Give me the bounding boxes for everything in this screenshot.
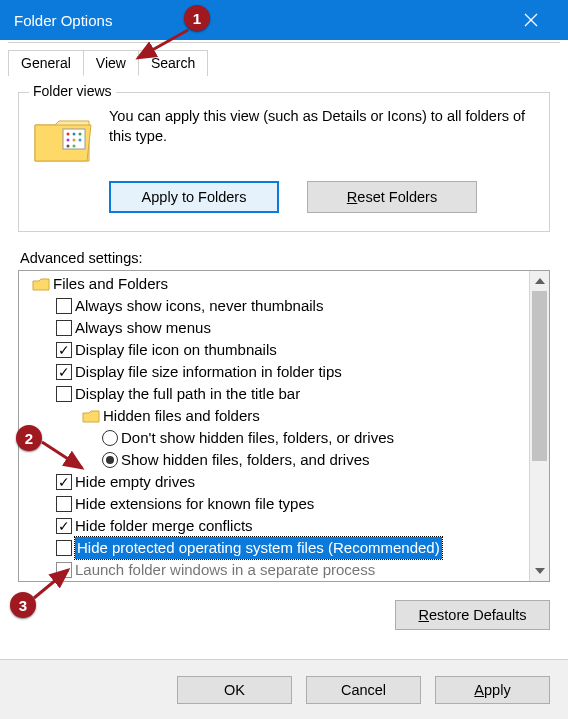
folder-views-legend: Folder views — [29, 83, 116, 99]
apply-to-folders-button[interactable]: Apply to Folders — [109, 181, 279, 213]
svg-point-6 — [79, 139, 82, 142]
chevron-down-icon — [535, 568, 545, 574]
scrollbar[interactable] — [529, 271, 549, 581]
cancel-button[interactable]: Cancel — [306, 676, 421, 704]
svg-point-1 — [67, 133, 70, 136]
svg-point-7 — [67, 145, 70, 148]
scroll-up-button[interactable] — [530, 271, 549, 291]
tree-radio-show-hidden[interactable]: Show hidden files, folders, and drives — [23, 449, 529, 471]
svg-point-2 — [73, 133, 76, 136]
tree-item[interactable]: ✓Display file icon on thumbnails — [23, 339, 529, 361]
scroll-track[interactable] — [530, 291, 549, 561]
close-button[interactable] — [508, 0, 554, 40]
apply-button[interactable]: Apply — [435, 676, 550, 704]
tree-item[interactable]: Display the full path in the title bar — [23, 383, 529, 405]
tree-item[interactable]: ✓Display file size information in folder… — [23, 361, 529, 383]
tree-group-hidden: Hidden files and folders — [23, 405, 529, 427]
annotation-badge-3: 3 — [10, 592, 36, 618]
tab-general[interactable]: General — [8, 50, 84, 76]
tree-radio-dont-show-hidden[interactable]: Don't show hidden files, folders, or dri… — [23, 427, 529, 449]
tree-item-hide-protected[interactable]: Hide protected operating system files (R… — [23, 537, 529, 559]
tree-item[interactable]: Hide extensions for known file types — [23, 493, 529, 515]
tree-item[interactable]: ✓Hide folder merge conflicts — [23, 515, 529, 537]
svg-point-4 — [67, 139, 70, 142]
tree-item[interactable]: Always show menus — [23, 317, 529, 339]
folder-views-group: Folder views You can apply this view (su… — [18, 92, 550, 232]
tab-strip: General View Search — [8, 50, 560, 76]
tree-item[interactable]: Always show icons, never thumbnails — [23, 295, 529, 317]
tree-item[interactable]: Launch folder windows in a separate proc… — [23, 559, 529, 581]
svg-point-5 — [73, 139, 76, 142]
tab-view[interactable]: View — [83, 50, 139, 76]
annotation-badge-2: 2 — [16, 425, 42, 451]
annotation-badge-1: 1 — [184, 5, 210, 31]
dialog-button-bar: OK Cancel Apply — [0, 659, 568, 719]
folder-views-description: You can apply this view (such as Details… — [109, 107, 537, 167]
restore-defaults-button[interactable]: Restore Defaults — [395, 600, 550, 630]
folder-icon — [32, 276, 50, 292]
svg-point-3 — [79, 133, 82, 136]
svg-point-8 — [73, 145, 76, 148]
advanced-settings-label: Advanced settings: — [20, 250, 550, 266]
ok-button[interactable]: OK — [177, 676, 292, 704]
advanced-settings-tree[interactable]: Files and Folders Always show icons, nev… — [18, 270, 550, 582]
scroll-down-button[interactable] — [530, 561, 549, 581]
folder-icon — [31, 111, 95, 167]
scroll-thumb[interactable] — [532, 291, 547, 461]
chevron-up-icon — [535, 278, 545, 284]
folder-icon — [82, 408, 100, 424]
tab-search[interactable]: Search — [138, 50, 208, 76]
titlebar: Folder Options — [0, 0, 568, 40]
window-title: Folder Options — [14, 12, 112, 29]
tree-item[interactable]: ✓Hide empty drives — [23, 471, 529, 493]
close-icon — [524, 13, 538, 27]
reset-folders-button[interactable]: Reset Folders — [307, 181, 477, 213]
tree-root-files-folders: Files and Folders — [23, 273, 529, 295]
